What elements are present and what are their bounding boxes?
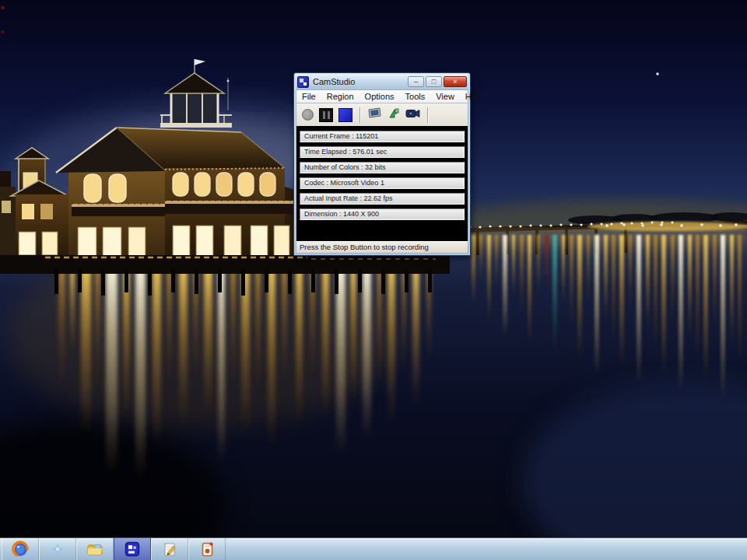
taskbar-camstudio-button[interactable]	[114, 538, 151, 560]
taskbar-explorer-button[interactable]	[76, 538, 114, 560]
field-codec: Codec : Microsoft Video 1	[300, 177, 465, 189]
pencil-document-icon	[162, 541, 178, 558]
camstudio-app-icon	[297, 76, 309, 88]
toolbar-separator	[359, 107, 361, 123]
annotation-icon[interactable]	[388, 107, 400, 122]
document-icon	[199, 541, 216, 558]
firefox-icon	[12, 541, 29, 558]
title-bar[interactable]: CamStudio – □ ×	[296, 74, 468, 89]
field-input-rate: Actual Input Rate : 22.62 fps	[300, 193, 465, 205]
taskbar-firefox-button[interactable]	[2, 538, 39, 560]
close-button[interactable]: ×	[444, 76, 467, 87]
video-artifact	[1, 6, 5, 9]
field-number-colors: Number of Colors : 32 bits	[300, 162, 465, 173]
taskbar-sparkle-button[interactable]	[39, 538, 76, 560]
folder-icon	[86, 541, 103, 557]
toolbar	[296, 103, 468, 126]
status-bar: Press the Stop Button to stop recording	[296, 241, 468, 254]
maximize-button[interactable]: □	[426, 76, 442, 87]
field-current-frame: Current Frame : 115201	[300, 131, 465, 142]
menu-region[interactable]: Region	[321, 91, 359, 103]
menu-help[interactable]: Help	[460, 91, 489, 103]
record-button[interactable]	[302, 109, 314, 121]
field-time-elapsed: Time Elapsed : 576.01 sec	[300, 146, 465, 158]
taskbar-document-button[interactable]	[188, 538, 226, 560]
camstudio-icon	[124, 541, 141, 558]
menu-file[interactable]: File	[296, 91, 321, 103]
video-artifact	[1, 30, 4, 33]
pause-button[interactable]	[319, 108, 333, 122]
status-panel: Current Frame : 115201 Time Elapsed : 57…	[296, 126, 468, 241]
stop-button[interactable]	[338, 108, 352, 122]
video-camera-icon[interactable]	[405, 107, 420, 122]
menu-view[interactable]: View	[430, 91, 460, 103]
menu-bar: File Region Options Tools View Help	[296, 89, 468, 103]
desktop: CamStudio – □ × File Region Options Tool…	[0, 0, 747, 560]
window-title: CamStudio	[313, 77, 406, 86]
field-dimension: Dimension : 1440 X 900	[300, 208, 465, 220]
sparkle-icon	[50, 541, 65, 557]
taskbar-texteditor-button[interactable]	[151, 538, 188, 560]
toolbar-separator	[427, 107, 429, 123]
menu-options[interactable]: Options	[359, 91, 400, 103]
camstudio-window: CamStudio – □ × File Region Options Tool…	[293, 72, 471, 256]
menu-tools[interactable]: Tools	[400, 91, 431, 103]
region-icon[interactable]	[368, 107, 382, 122]
minimize-button[interactable]: –	[408, 76, 424, 87]
taskbar	[0, 537, 747, 560]
